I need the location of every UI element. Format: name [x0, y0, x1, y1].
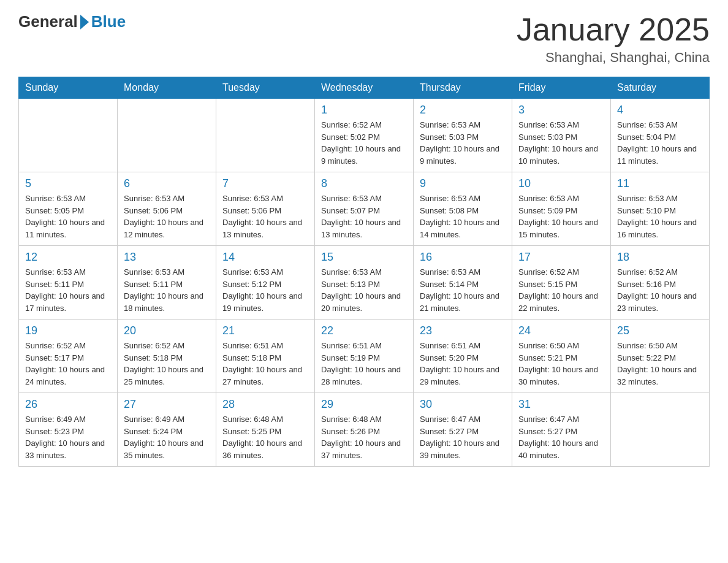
day-info: Sunrise: 6:52 AM Sunset: 5:16 PM Dayligh…	[617, 266, 703, 314]
calendar-day-cell	[19, 99, 118, 172]
day-info: Sunrise: 6:53 AM Sunset: 5:04 PM Dayligh…	[617, 119, 703, 167]
calendar-day-cell: 18Sunrise: 6:52 AM Sunset: 5:16 PM Dayli…	[611, 246, 710, 320]
calendar-day-cell: 19Sunrise: 6:52 AM Sunset: 5:17 PM Dayli…	[19, 320, 118, 393]
calendar-day-cell: 9Sunrise: 6:53 AM Sunset: 5:08 PM Daylig…	[414, 172, 512, 246]
logo-triangle-icon	[80, 15, 89, 29]
day-number: 11	[617, 177, 703, 190]
calendar-day-cell	[118, 99, 216, 172]
calendar-day-cell: 25Sunrise: 6:50 AM Sunset: 5:22 PM Dayli…	[611, 320, 710, 393]
day-info: Sunrise: 6:53 AM Sunset: 5:06 PM Dayligh…	[222, 193, 308, 240]
day-info: Sunrise: 6:53 AM Sunset: 5:14 PM Dayligh…	[420, 266, 506, 314]
day-number: 3	[518, 104, 604, 117]
day-info: Sunrise: 6:48 AM Sunset: 5:25 PM Dayligh…	[222, 413, 308, 461]
calendar-week-row: 12Sunrise: 6:53 AM Sunset: 5:11 PM Dayli…	[19, 246, 710, 320]
calendar-day-cell: 31Sunrise: 6:47 AM Sunset: 5:27 PM Dayli…	[512, 393, 611, 467]
calendar-day-cell: 12Sunrise: 6:53 AM Sunset: 5:11 PM Dayli…	[19, 246, 118, 320]
calendar-week-row: 19Sunrise: 6:52 AM Sunset: 5:17 PM Dayli…	[19, 320, 710, 393]
day-number: 21	[222, 324, 308, 337]
calendar-day-cell: 3Sunrise: 6:53 AM Sunset: 5:03 PM Daylig…	[512, 99, 611, 172]
day-info: Sunrise: 6:49 AM Sunset: 5:24 PM Dayligh…	[124, 413, 210, 461]
day-number: 12	[25, 251, 111, 264]
day-info: Sunrise: 6:53 AM Sunset: 5:09 PM Dayligh…	[518, 193, 604, 240]
day-info: Sunrise: 6:50 AM Sunset: 5:21 PM Dayligh…	[518, 340, 604, 388]
day-info: Sunrise: 6:52 AM Sunset: 5:18 PM Dayligh…	[124, 340, 210, 388]
day-info: Sunrise: 6:47 AM Sunset: 5:27 PM Dayligh…	[420, 413, 506, 461]
calendar-day-cell: 16Sunrise: 6:53 AM Sunset: 5:14 PM Dayli…	[414, 246, 512, 320]
day-number: 13	[124, 251, 210, 264]
calendar-day-cell: 26Sunrise: 6:49 AM Sunset: 5:23 PM Dayli…	[19, 393, 118, 467]
calendar-day-cell: 7Sunrise: 6:53 AM Sunset: 5:06 PM Daylig…	[216, 172, 315, 246]
day-number: 2	[420, 104, 506, 117]
calendar-day-cell: 1Sunrise: 6:52 AM Sunset: 5:02 PM Daylig…	[315, 99, 414, 172]
day-number: 27	[124, 398, 210, 411]
day-number: 17	[518, 251, 604, 264]
day-number: 24	[518, 324, 604, 337]
calendar-day-cell	[611, 393, 710, 467]
calendar-day-cell: 28Sunrise: 6:48 AM Sunset: 5:25 PM Dayli…	[216, 393, 315, 467]
day-of-week-header: Sunday	[19, 77, 118, 99]
day-number: 16	[420, 251, 506, 264]
day-info: Sunrise: 6:48 AM Sunset: 5:26 PM Dayligh…	[321, 413, 407, 461]
day-number: 26	[25, 398, 111, 411]
logo: General Blue	[18, 12, 126, 31]
day-info: Sunrise: 6:49 AM Sunset: 5:23 PM Dayligh…	[25, 413, 111, 461]
day-info: Sunrise: 6:53 AM Sunset: 5:10 PM Dayligh…	[617, 193, 703, 240]
calendar-day-cell	[216, 99, 315, 172]
calendar-day-cell: 29Sunrise: 6:48 AM Sunset: 5:26 PM Dayli…	[315, 393, 414, 467]
day-info: Sunrise: 6:53 AM Sunset: 5:08 PM Dayligh…	[420, 193, 506, 240]
calendar-day-cell: 20Sunrise: 6:52 AM Sunset: 5:18 PM Dayli…	[118, 320, 216, 393]
day-of-week-header: Wednesday	[315, 77, 414, 99]
day-number: 18	[617, 251, 703, 264]
calendar-day-cell: 17Sunrise: 6:52 AM Sunset: 5:15 PM Dayli…	[512, 246, 611, 320]
day-number: 7	[222, 177, 308, 190]
day-info: Sunrise: 6:53 AM Sunset: 5:06 PM Dayligh…	[124, 193, 210, 240]
day-info: Sunrise: 6:51 AM Sunset: 5:19 PM Dayligh…	[321, 340, 407, 388]
day-info: Sunrise: 6:53 AM Sunset: 5:03 PM Dayligh…	[420, 119, 506, 167]
day-number: 10	[518, 177, 604, 190]
day-info: Sunrise: 6:52 AM Sunset: 5:17 PM Dayligh…	[25, 340, 111, 388]
day-number: 15	[321, 251, 407, 264]
day-number: 28	[222, 398, 308, 411]
calendar-day-cell: 21Sunrise: 6:51 AM Sunset: 5:18 PM Dayli…	[216, 320, 315, 393]
calendar-day-cell: 27Sunrise: 6:49 AM Sunset: 5:24 PM Dayli…	[118, 393, 216, 467]
calendar-day-cell: 14Sunrise: 6:53 AM Sunset: 5:12 PM Dayli…	[216, 246, 315, 320]
day-number: 30	[420, 398, 506, 411]
logo-general-text: General	[18, 12, 78, 31]
month-title: January 2025	[517, 12, 710, 47]
calendar-day-cell: 10Sunrise: 6:53 AM Sunset: 5:09 PM Dayli…	[512, 172, 611, 246]
day-info: Sunrise: 6:53 AM Sunset: 5:13 PM Dayligh…	[321, 266, 407, 314]
calendar-day-cell: 30Sunrise: 6:47 AM Sunset: 5:27 PM Dayli…	[414, 393, 512, 467]
day-of-week-header: Tuesday	[216, 77, 315, 99]
calendar-week-row: 26Sunrise: 6:49 AM Sunset: 5:23 PM Dayli…	[19, 393, 710, 467]
day-number: 14	[222, 251, 308, 264]
day-info: Sunrise: 6:53 AM Sunset: 5:11 PM Dayligh…	[124, 266, 210, 314]
day-number: 6	[124, 177, 210, 190]
calendar-week-row: 1Sunrise: 6:52 AM Sunset: 5:02 PM Daylig…	[19, 99, 710, 172]
calendar-day-cell: 8Sunrise: 6:53 AM Sunset: 5:07 PM Daylig…	[315, 172, 414, 246]
title-block: January 2025 Shanghai, Shanghai, China	[517, 12, 710, 66]
calendar-table: SundayMondayTuesdayWednesdayThursdayFrid…	[18, 77, 710, 467]
page-header: General Blue January 2025 Shanghai, Shan…	[18, 12, 710, 66]
day-number: 31	[518, 398, 604, 411]
day-info: Sunrise: 6:53 AM Sunset: 5:12 PM Dayligh…	[222, 266, 308, 314]
day-info: Sunrise: 6:53 AM Sunset: 5:03 PM Dayligh…	[518, 119, 604, 167]
day-info: Sunrise: 6:52 AM Sunset: 5:15 PM Dayligh…	[518, 266, 604, 314]
day-number: 22	[321, 324, 407, 337]
day-number: 19	[25, 324, 111, 337]
day-of-week-header: Thursday	[414, 77, 512, 99]
calendar-day-cell: 2Sunrise: 6:53 AM Sunset: 5:03 PM Daylig…	[414, 99, 512, 172]
day-number: 9	[420, 177, 506, 190]
day-of-week-header: Saturday	[611, 77, 710, 99]
calendar-day-cell: 23Sunrise: 6:51 AM Sunset: 5:20 PM Dayli…	[414, 320, 512, 393]
day-number: 1	[321, 104, 407, 117]
day-info: Sunrise: 6:53 AM Sunset: 5:05 PM Dayligh…	[25, 193, 111, 240]
calendar-day-cell: 13Sunrise: 6:53 AM Sunset: 5:11 PM Dayli…	[118, 246, 216, 320]
day-number: 8	[321, 177, 407, 190]
calendar-week-row: 5Sunrise: 6:53 AM Sunset: 5:05 PM Daylig…	[19, 172, 710, 246]
calendar-day-cell: 24Sunrise: 6:50 AM Sunset: 5:21 PM Dayli…	[512, 320, 611, 393]
day-number: 25	[617, 324, 703, 337]
calendar-day-cell: 22Sunrise: 6:51 AM Sunset: 5:19 PM Dayli…	[315, 320, 414, 393]
day-of-week-header: Monday	[118, 77, 216, 99]
day-number: 5	[25, 177, 111, 190]
calendar-day-cell: 5Sunrise: 6:53 AM Sunset: 5:05 PM Daylig…	[19, 172, 118, 246]
